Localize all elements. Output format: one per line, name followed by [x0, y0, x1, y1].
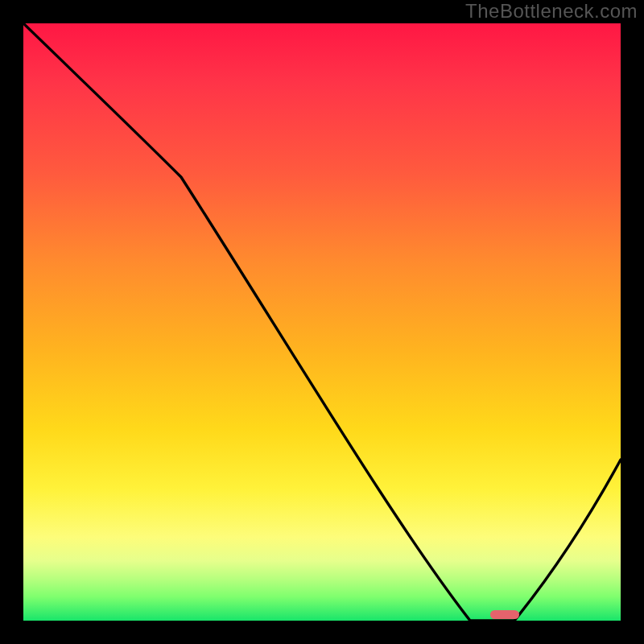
- chart-frame: TheBottleneck.com: [0, 0, 644, 644]
- plot-area: [23, 23, 621, 621]
- optimal-marker: [490, 610, 519, 619]
- watermark-text: TheBottleneck.com: [465, 0, 638, 23]
- bottleneck-curve: [23, 23, 621, 621]
- curve-layer: [23, 23, 621, 621]
